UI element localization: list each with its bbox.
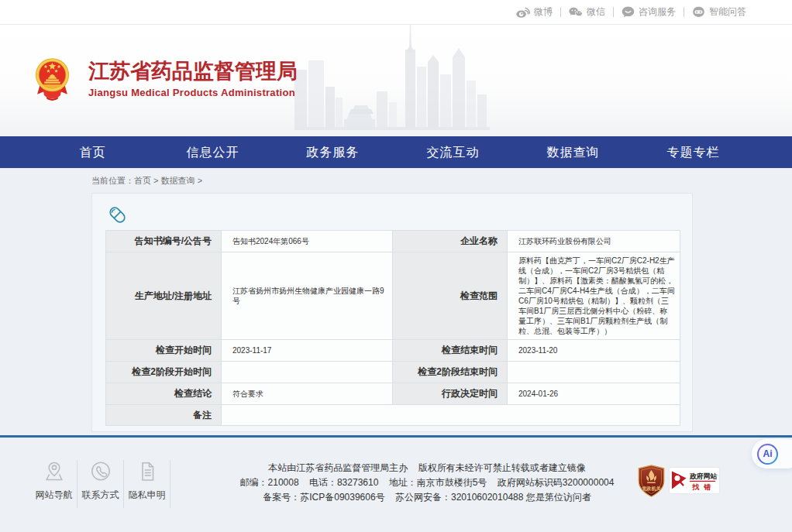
company-name-value: 江苏联环药业股份有限公司	[508, 231, 680, 252]
qa-robot-icon	[692, 6, 705, 18]
footer-info: 本站由江苏省药品监督管理局主办 版权所有未经许可禁止转载或者建立镜像 邮编：21…	[202, 461, 652, 505]
scope-label: 检查范围	[393, 252, 508, 340]
wechat-label: 微信	[587, 5, 605, 19]
breadcrumb-data-query-link[interactable]: 数据查询	[161, 176, 195, 185]
topbar-divider	[684, 7, 684, 17]
capsule-icon	[107, 204, 128, 225]
footer-quick-links: 网站导航 联系方式 隐私申明	[31, 460, 170, 508]
site-map-label: 网站导航	[36, 489, 73, 502]
brand-text: 江苏省药品监督管理局 Jiangsu Medical Products Admi…	[88, 60, 298, 98]
national-emblem-logo	[33, 57, 72, 101]
wechat-link[interactable]: 微信	[569, 5, 605, 19]
start-date-value: 2023-11-17	[222, 340, 393, 362]
privacy-doc-icon	[136, 460, 159, 483]
nav-item-interaction[interactable]: 交流互动	[393, 136, 513, 168]
weibo-link[interactable]: 微博	[516, 5, 553, 19]
contact-label: 联系方式	[82, 489, 119, 502]
table-row: 检查2阶段开始时间 检查2阶段结束时间	[106, 362, 680, 383]
site-map-icon	[43, 460, 66, 483]
privacy-link[interactable]: 隐私申明	[124, 460, 170, 508]
main-nav: 首页 信息公开 政务服务 交流互动 数据查询 专题专栏	[0, 136, 792, 168]
end-date-value: 2023-11-20	[508, 340, 680, 362]
decision-date-value: 2024-01-26	[508, 383, 680, 405]
topbar: 微博 微信 咨询服务 智能问答	[0, 0, 792, 25]
topbar-divider	[613, 7, 614, 17]
conclusion-value: 符合要求	[222, 383, 393, 405]
scope-value: 原料药【曲克芦丁，一车间C2厂房C2-H2生产线（合成），一车间C2厂房3号精烘…	[508, 252, 680, 340]
end-date-label: 检查结束时间	[393, 340, 508, 362]
notice-number-value: 告知书2024年第066号	[222, 231, 393, 252]
smart-qa-link[interactable]: 智能问答	[692, 5, 746, 19]
site-map-link[interactable]: 网站导航	[31, 460, 77, 508]
ai-assistant-widget[interactable]: Ai	[752, 439, 792, 469]
conclusion-label: 检查结论	[106, 383, 222, 405]
breadcrumb: 当前位置：首页 > 数据查询 >	[0, 168, 792, 187]
table-row: 检查开始时间 2023-11-17 检查结束时间 2023-11-20	[106, 340, 680, 362]
breadcrumb-home-link[interactable]: 首页	[134, 176, 151, 185]
phone-icon	[89, 460, 112, 483]
contact-link[interactable]: 联系方式	[77, 460, 124, 508]
party-gov-badge-text: 党政机关	[641, 486, 662, 492]
nav-item-gov-services[interactable]: 政务服务	[273, 136, 393, 168]
breadcrumb-prefix: 当前位置：	[91, 176, 134, 185]
phase2-end-value	[508, 362, 680, 383]
inspection-detail-table: 告知书编号/公告号 告知书2024年第066号 企业名称 江苏联环药业股份有限公…	[105, 230, 680, 426]
nav-item-info-disclosure[interactable]: 信息公开	[153, 136, 273, 168]
site-header: 江苏省药品监督管理局 Jiangsu Medical Products Admi…	[0, 25, 792, 136]
gov-site-error-report-badge[interactable]: 政府网站 找错	[670, 468, 719, 493]
table-row: 告知书编号/公告号 告知书2024年第066号 企业名称 江苏联环药业股份有限公…	[106, 231, 680, 252]
topbar-links: 微博 微信 咨询服务 智能问答	[516, 5, 746, 19]
remarks-label: 备注	[106, 405, 222, 426]
topbar-divider	[560, 7, 561, 17]
notice-number-label: 告知书编号/公告号	[106, 231, 222, 252]
main-content: 当前位置：首页 > 数据查询 > 告知书编号/公告号 告知书2024年第066号…	[0, 168, 792, 435]
consult-label: 咨询服务	[639, 5, 676, 19]
ai-assistant-icon: Ai	[757, 444, 778, 465]
nav-item-home[interactable]: 首页	[33, 136, 153, 168]
footer-badges: 党政机关 政府网站 找错	[638, 465, 719, 497]
qa-label: 智能问答	[709, 5, 746, 19]
consult-icon	[622, 6, 635, 18]
weibo-label: 微博	[534, 5, 553, 19]
gwfc-badge-top-text: 政府网站	[689, 472, 717, 480]
nav-menu: 首页 信息公开 政务服务 交流互动 数据查询 专题专栏	[33, 136, 753, 168]
breadcrumb-separator: >	[153, 176, 158, 185]
decision-date-label: 行政决定时间	[393, 383, 508, 405]
phase2-start-label: 检查2阶段开始时间	[106, 362, 222, 383]
weibo-icon	[516, 7, 530, 18]
phase2-start-value	[222, 362, 393, 383]
footer-line-host: 本站由江苏省药品监督管理局主办 版权所有未经许可禁止转载或者建立镜像	[202, 461, 652, 475]
company-name-label: 企业名称	[393, 231, 508, 252]
table-row: 备注	[106, 405, 680, 426]
footer: 网站导航 联系方式 隐私申明 本站由江苏省药品监督管理局主办 版权所有未经许可禁…	[0, 435, 792, 532]
ai-assistant-label: Ai	[759, 445, 777, 463]
remarks-value	[222, 405, 680, 426]
nav-item-special-topics[interactable]: 专题专栏	[633, 136, 753, 168]
footer-line-contact: 邮编：210008 电话：83273610 地址：南京市鼓楼街5号 政府网站标识…	[202, 475, 652, 490]
site-title: 江苏省药品监督管理局	[88, 60, 298, 83]
party-gov-badge[interactable]: 党政机关	[638, 465, 665, 497]
start-date-label: 检查开始时间	[106, 340, 222, 362]
phase2-end-label: 检查2阶段结束时间	[393, 362, 508, 383]
page: 微博 微信 咨询服务 智能问答	[0, 0, 792, 532]
privacy-label: 隐私申明	[129, 489, 166, 502]
breadcrumb-separator: >	[198, 176, 202, 185]
nav-item-data-query[interactable]: 数据查询	[513, 136, 633, 168]
city-skyline-art	[294, 25, 490, 130]
address-value: 江苏省扬州市扬州生物健康产业园健康一路9号	[222, 252, 393, 340]
gwfc-badge-bottom-text: 找错	[692, 483, 716, 491]
inspection-notice-card: 告知书编号/公告号 告知书2024年第066号 企业名称 江苏联环药业股份有限公…	[91, 193, 693, 432]
consult-service-link[interactable]: 咨询服务	[622, 5, 676, 19]
address-label: 生产地址/注册地址	[106, 252, 222, 340]
wechat-icon	[569, 7, 583, 18]
table-row: 检查结论 符合要求 行政决定时间 2024-01-26	[106, 383, 680, 405]
brand: 江苏省药品监督管理局 Jiangsu Medical Products Admi…	[33, 57, 298, 101]
table-row: 生产地址/注册地址 江苏省扬州市扬州生物健康产业园健康一路9号 检查范围 原料药…	[106, 252, 680, 340]
footer-line-icp: 备案号：苏ICP备09039606号 苏公网安备：32010602010488 …	[202, 490, 652, 505]
site-subtitle: Jiangsu Medical Products Administration	[88, 87, 298, 98]
